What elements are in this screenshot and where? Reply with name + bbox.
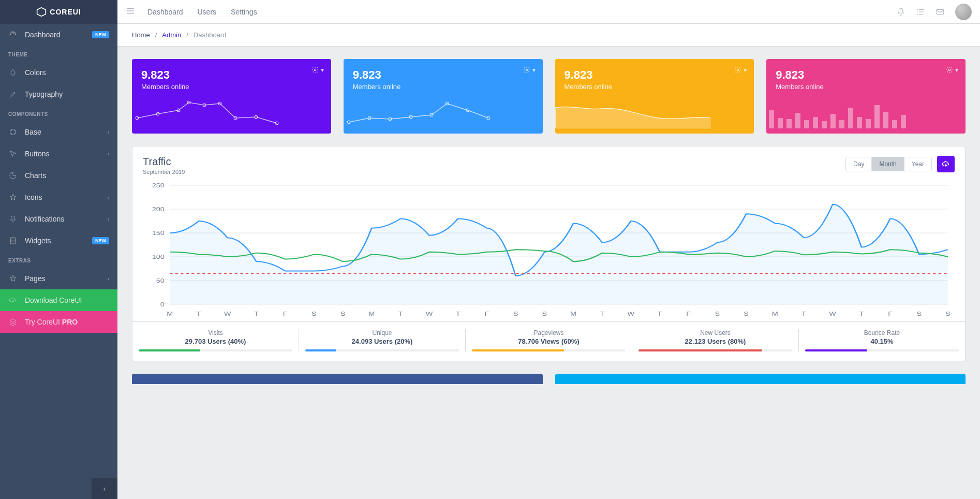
- sidebar-item-pages[interactable]: Pages ‹: [0, 268, 117, 289]
- sidebar-item-charts[interactable]: Charts: [0, 165, 117, 186]
- svg-rect-26: [786, 119, 792, 128]
- bell-icon[interactable]: [896, 7, 905, 17]
- sidebar-item-label: Notifications: [25, 215, 64, 223]
- svg-text:T: T: [456, 311, 461, 317]
- puzzle-icon: [8, 127, 18, 137]
- svg-rect-25: [778, 118, 783, 128]
- svg-text:T: T: [859, 311, 864, 317]
- menu-toggle-button[interactable]: [126, 6, 135, 17]
- traffic-card: Traffic September 2019 Day Month Year: [132, 146, 966, 361]
- range-day[interactable]: Day: [846, 157, 872, 171]
- sidebar-item-colors[interactable]: Colors: [0, 62, 117, 83]
- header-nav-dashboard[interactable]: Dashboard: [147, 8, 183, 16]
- svg-rect-24: [769, 110, 774, 128]
- sidebar-item-label: Widgets: [25, 237, 51, 245]
- svg-rect-1: [10, 238, 15, 244]
- card-settings-button[interactable]: ▾: [523, 66, 536, 74]
- card-settings-button[interactable]: ▾: [311, 66, 324, 74]
- svg-text:W: W: [628, 311, 635, 317]
- brand-text: COREUI: [50, 8, 81, 16]
- header-nav-users[interactable]: Users: [198, 8, 217, 16]
- sidebar: COREUI Dashboard NEW THEME Colors Typogr…: [0, 0, 117, 499]
- new-badge: NEW: [92, 237, 109, 244]
- stat-label: Members online: [776, 83, 956, 91]
- list-icon[interactable]: [916, 7, 925, 17]
- sidebar-item-label: Icons: [25, 193, 42, 201]
- svg-text:S: S: [513, 311, 518, 317]
- stat-card-4: ▾ 9.823 Members online: [766, 59, 966, 134]
- sidebar-item-label: Typography: [25, 90, 63, 98]
- card-settings-button[interactable]: ▾: [734, 66, 747, 74]
- sparkline-bars: [766, 97, 922, 128]
- footer-label: Pageviews: [472, 329, 626, 336]
- header-nav: Dashboard Users Settings: [147, 8, 257, 16]
- svg-text:100: 100: [152, 254, 165, 260]
- svg-rect-35: [866, 119, 871, 128]
- traffic-footer: Visits 29.703 Users (40%) Unique 24.093 …: [132, 321, 965, 361]
- progress: [639, 349, 792, 351]
- svg-text:F: F: [888, 311, 893, 317]
- sidebar-minimizer[interactable]: ‹: [92, 478, 117, 499]
- breadcrumb-separator: /: [186, 31, 188, 39]
- stat-label: Members online: [141, 83, 322, 91]
- progress: [472, 349, 626, 351]
- stat-value: 9.823: [353, 68, 533, 82]
- svg-rect-27: [795, 113, 800, 128]
- sidebar-item-base[interactable]: Base ‹: [0, 121, 117, 143]
- sidebar-item-typography[interactable]: Typography: [0, 83, 117, 105]
- breadcrumb-admin[interactable]: Admin: [162, 31, 181, 39]
- stat-value: 9.823: [776, 68, 956, 82]
- svg-text:T: T: [254, 311, 259, 317]
- svg-text:250: 250: [152, 182, 165, 189]
- footer-label: Visits: [139, 329, 292, 336]
- sidebar-item-try-pro[interactable]: Try CoreUI PRO: [0, 311, 117, 333]
- stat-value: 9.823: [141, 68, 322, 82]
- calculator-icon: [8, 236, 18, 245]
- sidebar-item-download[interactable]: Download CoreUI: [0, 289, 117, 311]
- range-year[interactable]: Year: [904, 157, 931, 171]
- svg-text:M: M: [570, 311, 576, 317]
- chevron-left-icon: ‹: [108, 195, 109, 200]
- social-card-twitter[interactable]: [555, 374, 966, 384]
- svg-text:S: S: [715, 311, 720, 317]
- svg-text:F: F: [283, 311, 288, 317]
- footer-stat: Visits 29.703 Users (40%): [132, 329, 299, 351]
- download-button[interactable]: [937, 156, 955, 172]
- sidebar-item-icons[interactable]: Icons ‹: [0, 186, 117, 208]
- sidebar-item-label: Colors: [25, 68, 46, 77]
- svg-text:W: W: [829, 311, 837, 317]
- avatar[interactable]: [955, 4, 972, 20]
- stat-label: Members online: [353, 83, 533, 91]
- gear-icon: [946, 66, 953, 74]
- chevron-left-icon: ‹: [108, 129, 109, 135]
- svg-text:F: F: [484, 311, 489, 317]
- svg-rect-34: [857, 117, 862, 128]
- speedometer-icon: [8, 30, 18, 39]
- sidebar-item-notifications[interactable]: Notifications ‹: [0, 208, 117, 230]
- sidebar-item-dashboard[interactable]: Dashboard NEW: [0, 24, 117, 46]
- social-row: [132, 374, 966, 384]
- sidebar-item-widgets[interactable]: Widgets NEW: [0, 230, 117, 252]
- envelope-icon[interactable]: [936, 7, 945, 17]
- social-card-facebook[interactable]: [132, 374, 543, 384]
- footer-label: Bounce Rate: [805, 329, 959, 336]
- footer-value: 78.706 Views (60%): [472, 337, 626, 345]
- brand[interactable]: COREUI: [0, 0, 117, 24]
- range-toggle: Day Month Year: [845, 157, 932, 171]
- card-settings-button[interactable]: ▾: [946, 66, 958, 74]
- nav-title-extras: EXTRAS: [0, 252, 117, 268]
- cursor-icon: [8, 149, 18, 158]
- layers-icon: [8, 317, 18, 327]
- sparkline: [344, 97, 499, 128]
- header-nav-settings[interactable]: Settings: [231, 8, 257, 16]
- range-month[interactable]: Month: [872, 157, 904, 171]
- svg-rect-28: [804, 120, 809, 128]
- footer-value: 40.15%: [805, 337, 959, 345]
- traffic-title: Traffic: [143, 156, 185, 168]
- svg-text:W: W: [224, 311, 232, 317]
- sidebar-item-buttons[interactable]: Buttons ‹: [0, 143, 117, 165]
- breadcrumb-home[interactable]: Home: [132, 31, 150, 39]
- brand-icon: [36, 7, 47, 17]
- pencil-icon: [8, 90, 18, 99]
- footer-stat: Pageviews 78.706 Views (60%): [466, 329, 632, 351]
